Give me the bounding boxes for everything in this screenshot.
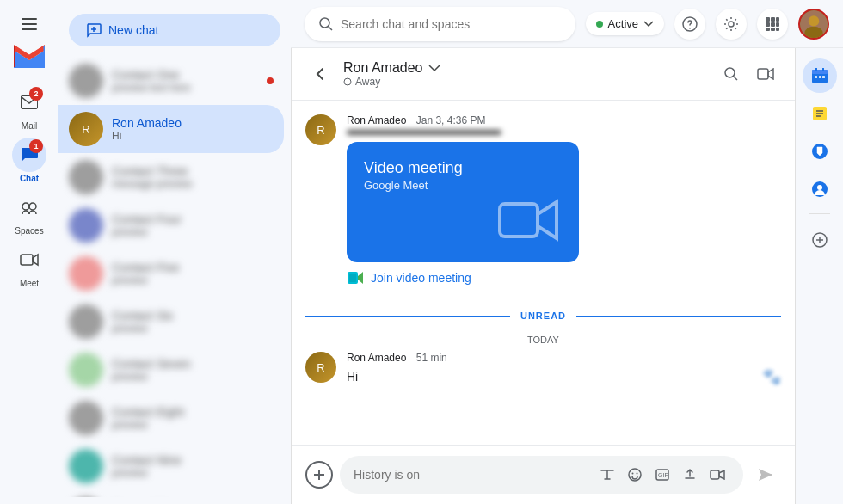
gmail-sidebar: 2 Mail 1 Chat Spaces [0,0,58,504]
list-item[interactable]: Contact Six preview [58,298,284,346]
svg-rect-32 [500,204,538,237]
svg-rect-16 [766,17,770,22]
contact-name: Contact Seven [112,357,274,371]
apps-button[interactable] [757,9,788,40]
svg-point-57 [817,185,822,190]
gmail-logo [14,45,45,68]
message-input[interactable] [354,468,588,482]
contact-name: Contact One [112,68,274,82]
contact-name: Contact Eight [112,405,274,419]
svg-rect-0 [22,18,37,20]
search-icon [723,66,739,82]
nav-chat[interactable]: 1 Chat [0,134,58,187]
svg-rect-20 [771,22,775,27]
list-item[interactable]: Contact Eight preview [58,394,284,442]
keep-icon [811,143,828,160]
list-item[interactable]: Contact Nine preview [58,442,284,490]
active-dot [596,21,603,28]
svg-rect-49 [819,76,821,78]
list-item[interactable]: Contact Seven preview [58,346,284,394]
chat-preview: preview [112,419,274,431]
search-bar[interactable] [305,7,575,41]
nav-mail[interactable]: 2 Mail [0,82,58,134]
list-item[interactable]: Contact Four preview [58,201,284,249]
message-group: R Ron Amadeo Jan 3, 4:36 PM Video meetin… [305,114,781,286]
message-text-row: Hi 🐾 [347,367,781,386]
divider-line-left [305,316,510,317]
google-meet-icon [347,269,364,286]
svg-point-26 [809,15,819,26]
keep-button[interactable] [803,134,837,169]
video-card-title: Video meeting [364,159,562,177]
tasks-button[interactable] [803,96,837,131]
join-meeting-button[interactable]: Join video meeting [347,269,781,286]
add-attachment-button[interactable] [305,461,333,489]
emoji-icon [628,468,642,482]
list-item-ron[interactable]: R Ron Amadeo Hi [58,105,284,153]
add-apps-button[interactable] [804,224,835,255]
svg-rect-34 [349,274,356,282]
list-item[interactable]: Contact Five preview [58,249,284,298]
contact-name: Contact Nine [112,453,274,467]
hamburger-button[interactable] [12,7,46,41]
back-button[interactable] [305,58,336,89]
new-chat-button[interactable]: New chat [69,14,280,46]
send-button[interactable] [750,459,781,490]
avatar: R [69,112,103,146]
chat-preview: preview [112,323,274,335]
contacts-button[interactable] [803,172,837,206]
contact-status: Away [343,76,716,88]
profile-avatar[interactable] [798,9,829,40]
chat-preview: Hi [112,130,274,142]
video-meeting-card: Video meeting Google Meet [347,142,579,262]
avatar [69,304,103,339]
nav-meet[interactable]: Meet [0,239,58,292]
help-button[interactable] [674,9,705,40]
message-group-hi: R Ron Amadeo 51 min Hi 🐾 [305,352,781,386]
emoji-button[interactable] [623,463,647,487]
search-input[interactable] [341,17,562,31]
tasks-icon [811,105,828,122]
avatar [69,208,103,243]
list-item[interactable]: Contact Three message preview [58,153,284,201]
svg-point-29 [725,68,735,77]
unread-indicator [267,77,274,84]
mail-badge: 2 [29,87,43,101]
message-input-box[interactable]: GIF [340,456,743,494]
today-label: TODAY [527,335,559,345]
avatar [69,449,103,483]
camera-icon [498,199,558,245]
video-icon [710,470,725,480]
message-content: Ron Amadeo 51 min Hi 🐾 [347,352,781,386]
list-item[interactable]: Contact Ten preview [58,490,284,497]
svg-rect-17 [771,17,775,22]
chat-info: Contact Four preview [112,212,274,238]
active-status[interactable]: Active [586,12,664,35]
search-in-chat-button[interactable] [716,58,747,89]
sender-avatar: R [305,114,336,145]
contact-header-name[interactable]: Ron Amadeo [343,60,716,76]
gif-icon: GIF [655,468,669,482]
contacts-icon [811,181,828,198]
video-call-button[interactable] [750,58,781,89]
gif-button[interactable]: GIF [650,463,674,487]
chat-info: Contact Five preview [112,261,274,286]
list-item[interactable]: Contact One preview text here [58,57,284,105]
chat-info: Ron Amadeo Hi [112,116,274,142]
calendar-button[interactable] [803,58,837,93]
nav-spaces[interactable]: Spaces [0,187,58,239]
video-input-button[interactable] [705,463,729,487]
upload-button[interactable] [678,463,702,487]
contact-name: Contact Four [112,212,274,226]
svg-point-38 [632,473,634,475]
svg-rect-2 [22,28,37,30]
settings-button[interactable] [716,9,747,40]
upload-icon [683,468,697,482]
contact-name: Contact Five [112,261,274,274]
search-icon [318,16,334,32]
svg-point-14 [689,28,691,29]
svg-rect-24 [776,28,779,31]
message-time: 51 min [416,352,447,364]
format-text-button[interactable] [595,463,619,487]
svg-rect-21 [776,22,779,27]
